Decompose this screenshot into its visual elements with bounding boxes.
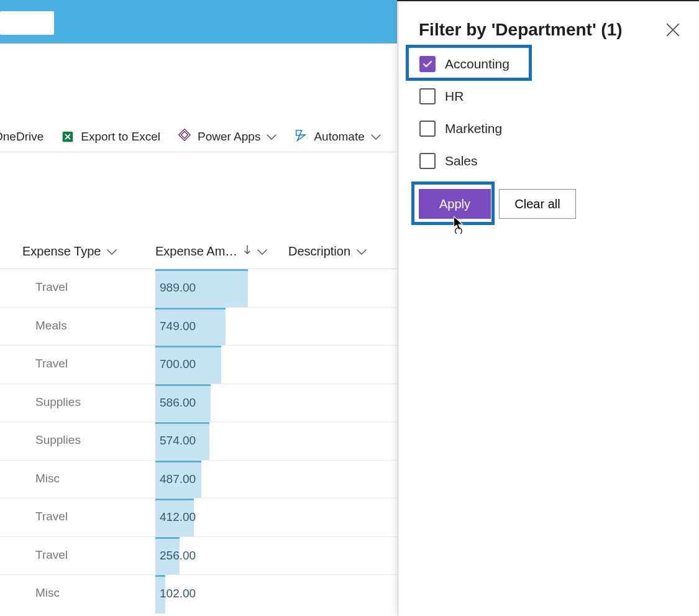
table-row[interactable]: Travel 256.00 [0,536,397,575]
cell-expense-amount: 700.00 [160,357,196,371]
filter-option-label: HR [445,89,464,104]
excel-icon [61,130,75,144]
cell-expense-amount: 102.00 [160,587,196,600]
cmd-export-excel[interactable]: Export to Excel [61,130,160,144]
checkbox-unchecked-icon[interactable] [419,88,436,104]
close-button[interactable] [664,21,682,39]
cell-expense-amount: 586.00 [160,396,196,410]
cmd-power-apps[interactable]: Power Apps [178,128,276,145]
filter-actions: Apply Clear all [419,189,576,219]
table-body: Travel 989.00 Meals 749.00 Travel 700.00… [0,269,397,613]
automate-icon [294,128,308,145]
column-headers: Expense Type Expense Am… Description [22,241,398,261]
col-expense-type[interactable]: Expense Type [22,244,155,259]
apply-button[interactable]: Apply [419,189,491,219]
col-expense-type-label: Expense Type [22,244,101,259]
table-row[interactable]: Supplies 586.00 [0,384,397,422]
filter-option-label: Accounting [445,57,509,71]
app-ribbon [0,0,397,44]
col-description-label: Description [288,244,350,259]
table-row[interactable]: Meals 749.00 [0,307,397,346]
cell-expense-type: Supplies [35,433,81,447]
checkbox-unchecked-icon[interactable] [419,121,436,137]
checkbox-unchecked-icon[interactable] [419,153,436,169]
filter-option-label: Marketing [445,121,502,136]
filter-option-sales[interactable]: Sales [410,145,509,177]
filter-option-marketing[interactable]: Marketing [410,113,509,145]
chevron-down-icon [107,244,117,259]
col-description[interactable]: Description [288,244,367,259]
cmd-automate-label: Automate [314,130,364,144]
cmd-sync-onedrive[interactable]: OneDrive [0,130,43,144]
cell-expense-type: Supplies [35,395,81,409]
cell-expense-type: Travel [35,510,68,523]
cell-expense-amount: 574.00 [160,434,196,448]
col-expense-amount-label: Expense Am… [155,244,237,259]
cell-expense-type: Misc [35,586,60,600]
command-bar: OneDrive Export to Excel Power Apps Auto… [0,121,397,152]
cmd-automate[interactable]: Automate [294,128,380,145]
cmd-power-apps-label: Power Apps [198,130,260,144]
filter-option-accounting[interactable]: Accounting [410,48,509,80]
cell-expense-amount: 989.00 [160,281,196,295]
search-box[interactable] [0,11,54,35]
filter-option-label: Sales [445,154,478,168]
cell-expense-type: Misc [35,472,60,485]
checkbox-checked-icon[interactable] [419,56,436,72]
cmd-sync-onedrive-label: OneDrive [0,130,43,144]
cmd-export-excel-label: Export to Excel [81,130,160,144]
table-row[interactable]: Travel 989.00 [0,269,397,307]
table-row[interactable]: Travel 412.00 [0,498,397,536]
cell-expense-type: Meals [35,319,67,333]
sort-desc-icon [244,245,251,257]
powerapps-icon [178,128,191,145]
chevron-down-icon [267,130,276,144]
table-row[interactable]: Supplies 574.00 [0,421,397,460]
chevron-down-icon [371,130,381,144]
cell-expense-type: Travel [35,548,68,562]
cell-expense-type: Travel [35,357,68,370]
filter-option-hr[interactable]: HR [410,80,509,113]
filter-options: Accounting HR Marketing Sales [410,48,509,177]
chevron-down-icon [357,244,367,259]
cell-expense-amount: 749.00 [160,319,196,333]
cell-expense-amount: 487.00 [160,472,196,486]
cell-expense-amount: 412.00 [160,510,196,524]
filter-panel: Filter by 'Department' (1) Accounting HR… [398,1,699,616]
filter-panel-title: Filter by 'Department' (1) [419,20,623,40]
clear-all-button[interactable]: Clear all [499,189,576,219]
table-row[interactable]: Misc 487.00 [0,460,397,499]
col-expense-amount[interactable]: Expense Am… [155,244,288,259]
table-row[interactable]: Misc 102.00 [0,574,397,613]
table-row[interactable]: Travel 700.00 [0,345,397,384]
chevron-down-icon [257,244,267,259]
cell-expense-amount: 256.00 [160,549,196,563]
cell-expense-type: Travel [35,280,68,294]
